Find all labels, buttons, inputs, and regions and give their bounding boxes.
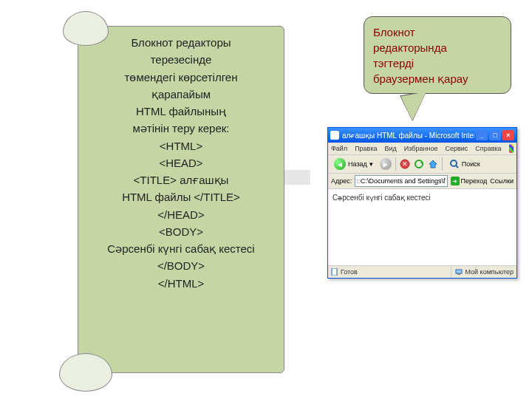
browser-content: Сәрсенбі күнгі сабақ кестесі [328,189,516,265]
scroll-curl-bottom [59,353,112,392]
scroll-line: HTML файлының [78,103,284,120]
scroll-line: </HEAD> [78,206,284,223]
statusbar: Готов Мой компьютер [328,265,516,278]
scroll-line: HTML файлы </TITLE> [78,188,284,205]
toolbar-separator [395,157,396,171]
status-zone: Мой компьютер [465,268,514,276]
addressbar: Адрес: C:\Documents and Settings\f ➔ Пер… [328,174,516,189]
menubar: Файл Правка Вид Избранное Сервис Справка [328,143,516,155]
speech-callout: Блокнот редакторында тэгтерді браузермен… [364,16,511,94]
menu-tools[interactable]: Сервис [445,145,468,152]
svg-rect-7 [358,180,361,183]
scroll-line: Сәрсенбі күнгі сабақ кестесі [78,240,284,257]
ie-browser-window: алғашқы HTML файлы - Microsoft Internet … [327,127,517,279]
address-label: Адрес: [331,177,352,185]
scroll-line: <TITLE> алғашқы [78,171,284,188]
page-body-text: Сәрсенбі күнгі сабақ кестесі [332,194,431,202]
scroll-line: Блокнот редакторы [78,34,284,51]
scroll-curl-top [63,11,109,46]
computer-icon [455,268,463,276]
go-label: Переход [461,177,488,185]
toolbar-separator [442,157,443,171]
back-label: Назад [348,160,367,168]
menu-help[interactable]: Справка [475,145,501,152]
minimize-button[interactable]: _ [476,130,488,140]
scroll-body: Блокнот редакторы терезесінде төмендегі … [78,26,284,373]
toolbar: ◄ Назад ▾ ► ✕ Поиск [328,155,516,174]
scroll-line: төмендегі көрсетілген [78,69,284,86]
stop-icon[interactable]: ✕ [400,159,410,169]
scroll-line: мәтінін теру керек: [78,120,284,137]
svg-rect-8 [332,268,337,276]
status-ready: Готов [341,268,358,276]
home-icon[interactable] [428,159,438,169]
scroll-line: <BODY> [78,223,284,240]
forward-button[interactable]: ► [380,158,392,170]
maximize-button[interactable]: □ [489,130,501,140]
go-button[interactable]: ➔ Переход [451,177,488,185]
menu-edit[interactable]: Правка [355,145,377,152]
back-arrow-icon: ◄ [334,158,346,170]
document-icon [331,268,338,276]
menu-file[interactable]: Файл [331,145,347,152]
callout-line: браузермен қарау [373,71,502,86]
menu-view[interactable]: Вид [385,145,397,152]
scroll-line: </HTML> [78,275,284,292]
address-value: C:\Documents and Settings\f [361,177,446,185]
svg-line-6 [456,166,458,168]
dropdown-icon: ▾ [369,160,373,168]
svg-rect-9 [456,270,462,273]
menu-favorites[interactable]: Избранное [404,145,438,152]
svg-point-5 [451,160,457,166]
scroll-parchment: Блокнот редакторы терезесінде төмендегі … [63,11,284,388]
scroll-line: қарапайым [78,86,284,103]
links-label[interactable]: Ссылки [490,177,514,185]
go-arrow-icon: ➔ [451,177,460,185]
callout-line: Блокнот [373,24,502,40]
address-input[interactable]: C:\Documents and Settings\f [355,175,447,187]
titlebar[interactable]: алғашқы HTML файлы - Microsoft Internet … [328,128,516,143]
scroll-line: <HTML> [78,137,284,154]
callout-line: редакторында [373,40,502,55]
search-button[interactable]: Поиск [446,158,483,170]
callout-line: тэгтерді [373,55,502,71]
window-title: алғашқы HTML файлы - Microsoft Internet … [342,132,474,140]
search-label: Поиск [462,160,480,168]
callout-tail [400,92,431,122]
refresh-icon[interactable] [414,159,424,169]
close-button[interactable]: × [502,130,514,140]
svg-point-2 [415,160,423,168]
scroll-line: <HEAD> [78,154,284,171]
windows-logo-icon [509,144,514,153]
svg-text:✕: ✕ [402,160,408,168]
scroll-line: </BODY> [78,257,284,274]
svg-marker-4 [429,160,437,168]
back-button[interactable]: ◄ Назад ▾ [331,157,376,171]
ie-icon [330,131,339,140]
svg-rect-10 [457,273,460,275]
scroll-line: терезесінде [78,51,284,68]
search-icon [449,159,460,169]
